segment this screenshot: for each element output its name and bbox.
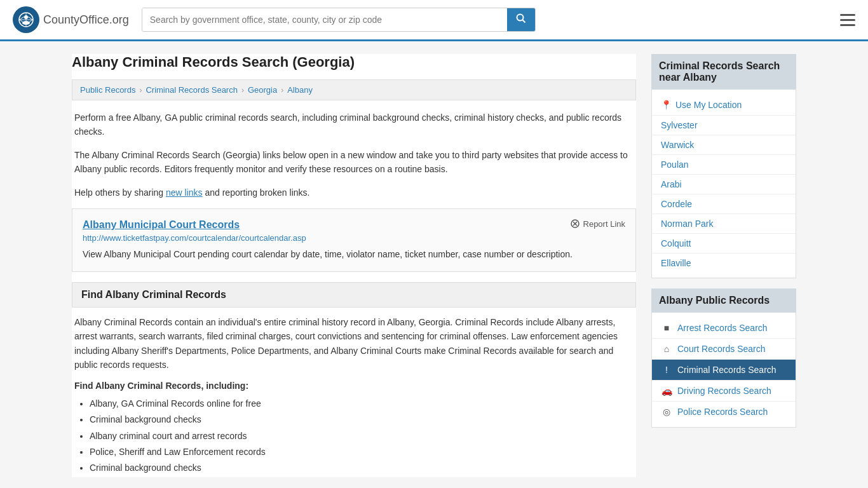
main-content: Albany Criminal Records Search (Georgia)…: [72, 54, 636, 477]
find-including-label: Find Albany Criminal Records, including:: [74, 379, 634, 393]
sidebar-item-arrest-records[interactable]: ■ Arrest Records Search: [652, 318, 796, 339]
sidebar-location-sylvester[interactable]: Sylvester: [652, 116, 796, 135]
arrest-records-icon: ■: [661, 323, 672, 333]
hamburger-menu[interactable]: [840, 14, 855, 26]
sidebar-item-court-records[interactable]: ⌂ Court Records Search: [652, 339, 796, 360]
sidebar-item-criminal-records[interactable]: ! Criminal Records Search: [652, 360, 796, 381]
description-3: Help others by sharing new links and rep…: [72, 186, 636, 200]
use-my-location[interactable]: 📍 Use My Location: [652, 95, 796, 116]
sidebar-item-driving-records[interactable]: 🚗 Driving Records Search: [652, 381, 796, 402]
sidebar-nearby-body: 📍 Use My Location Sylvester Warwick Poul…: [651, 90, 796, 278]
criminal-records-link[interactable]: Criminal Records Search: [677, 365, 776, 375]
sidebar-location-normanpark[interactable]: Norman Park: [652, 214, 796, 234]
description-1: Perform a free Albany, GA public crimina…: [72, 111, 636, 139]
list-item: Albany, GA Criminal Records online for f…: [90, 396, 634, 410]
sidebar-public-records-heading: Albany Public Records: [651, 288, 796, 313]
sidebar-nearby-heading: Criminal Records Search near Albany: [651, 54, 796, 90]
breadcrumb: Public Records › Criminal Records Search…: [72, 79, 636, 100]
sidebar: Criminal Records Search near Albany 📍 Us…: [651, 54, 796, 477]
logo-text: CountyOffice.org: [43, 13, 129, 27]
sidebar-location-warwick[interactable]: Warwick: [652, 135, 796, 155]
new-links[interactable]: new links: [166, 187, 203, 198]
police-records-link[interactable]: Police Records Search: [677, 407, 768, 417]
driving-records-link[interactable]: Driving Records Search: [677, 386, 771, 396]
sidebar-location-colquitt[interactable]: Colquitt: [652, 234, 796, 254]
search-bar: [142, 8, 536, 32]
court-records-link[interactable]: Court Records Search: [677, 344, 766, 354]
location-icon: 📍: [661, 100, 672, 110]
list-item: Criminal background checks: [90, 461, 634, 475]
find-body-text: Albany Criminal Records contain an indiv…: [74, 315, 634, 372]
search-button[interactable]: [507, 8, 535, 31]
page-title: Albany Criminal Records Search (Georgia): [72, 54, 636, 71]
list-item: Criminal background checks: [90, 412, 634, 426]
record-link-title[interactable]: Albany Municipal Court Records: [83, 219, 625, 231]
record-url[interactable]: http://www.ticketfastpay.com/courtcalend…: [83, 233, 625, 243]
find-section-title: Find Albany Criminal Records: [81, 289, 627, 301]
record-description: View Albany Municipal Court pending cour…: [83, 248, 625, 261]
find-section-header: Find Albany Criminal Records: [72, 282, 636, 308]
list-item: Albany criminal court and arrest records: [90, 429, 634, 443]
court-records-icon: ⌂: [661, 344, 672, 354]
svg-line-6: [522, 20, 525, 23]
record-link-box: Report Link Albany Municipal Court Recor…: [72, 208, 636, 272]
criminal-records-icon: !: [661, 365, 672, 375]
driving-records-icon: 🚗: [661, 386, 672, 396]
use-my-location-link[interactable]: Use My Location: [675, 100, 742, 110]
report-link-button[interactable]: Report Link: [571, 219, 625, 229]
sidebar-location-ellaville[interactable]: Ellaville: [652, 254, 796, 273]
police-records-icon: ◎: [661, 407, 672, 417]
list-item: Police, Sheriff and Law Enforcement reco…: [90, 445, 634, 459]
breadcrumb-albany[interactable]: Albany: [287, 85, 313, 95]
svg-point-5: [517, 15, 523, 21]
breadcrumb-criminal-records-search[interactable]: Criminal Records Search: [146, 85, 238, 95]
find-section-body: Albany Criminal Records contain an indiv…: [72, 315, 636, 475]
main-container: Albany Criminal Records Search (Georgia)…: [59, 41, 809, 488]
logo-link[interactable]: CountyOffice.org: [13, 6, 129, 33]
sidebar-nearby-section: Criminal Records Search near Albany 📍 Us…: [651, 54, 796, 278]
arrest-records-link[interactable]: Arrest Records Search: [677, 323, 768, 333]
find-items-list: Albany, GA Criminal Records online for f…: [74, 396, 634, 475]
sidebar-location-poulan[interactable]: Poulan: [652, 155, 796, 175]
description-2: The Albany Criminal Records Search (Geor…: [72, 148, 636, 177]
sidebar-public-records-body: ■ Arrest Records Search ⌂ Court Records …: [651, 313, 796, 428]
sidebar-public-records-section: Albany Public Records ■ Arrest Records S…: [651, 288, 796, 428]
sidebar-item-police-records[interactable]: ◎ Police Records Search: [652, 402, 796, 422]
logo-icon: [13, 6, 39, 33]
sidebar-location-arabi[interactable]: Arabi: [652, 175, 796, 194]
breadcrumb-georgia[interactable]: Georgia: [248, 85, 277, 95]
header: CountyOffice.org: [0, 0, 868, 41]
search-input[interactable]: [142, 8, 507, 31]
sidebar-location-cordele[interactable]: Cordele: [652, 194, 796, 214]
breadcrumb-public-records[interactable]: Public Records: [80, 85, 135, 95]
